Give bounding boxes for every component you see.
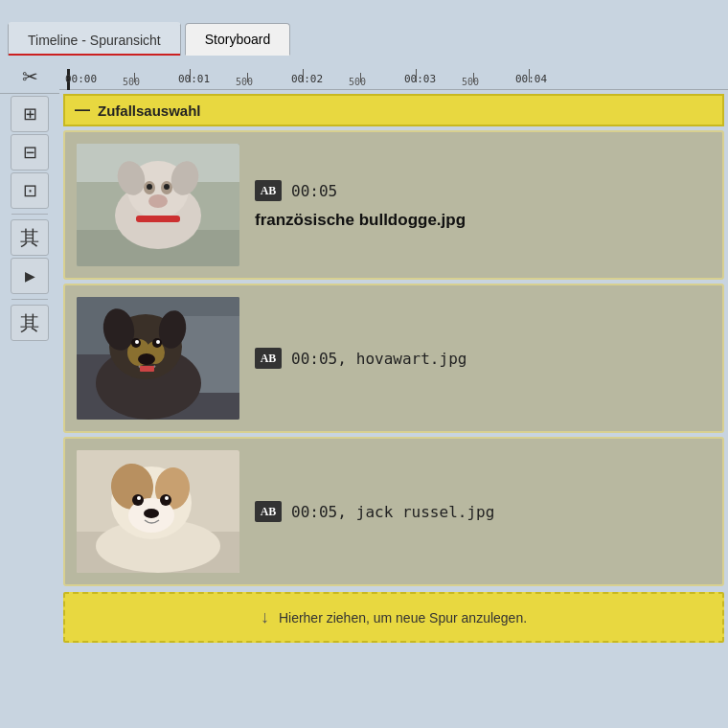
ruler-500-2: 500 [236, 77, 253, 87]
dog-1-svg [77, 144, 239, 266]
ruler-time-1: 00:01 [178, 73, 210, 85]
clip-thumbnail-2 [77, 297, 239, 420]
tab-storyboard[interactable]: Storyboard [185, 23, 290, 56]
tool-kanji1-icon: 其 [20, 225, 39, 251]
tool-kanji1[interactable]: 其 [11, 219, 49, 256]
ab-icon-3: AB [255, 501, 282, 522]
ruler-time-3: 00:03 [404, 73, 436, 85]
ruler-tick-sec-2 [303, 69, 304, 82]
ruler-time-0: 00:00 [65, 73, 97, 85]
tab-timeline-label: Timeline - Spuransicht [28, 33, 161, 48]
track-header-icon: — [75, 102, 90, 119]
svg-point-37 [137, 496, 141, 500]
svg-point-36 [160, 494, 171, 506]
svg-rect-12 [136, 216, 180, 222]
clip-duration-row-2: AB 00:05, hovawart.jpg [255, 348, 711, 369]
content-area: 00:00 00:01 00:02 00:03 00:04 500 500 50… [59, 56, 728, 728]
svg-point-35 [132, 494, 144, 506]
svg-point-24 [135, 340, 139, 344]
tool-grid1-icon: ⊞ [23, 103, 37, 125]
ruler-tick-2 [247, 73, 248, 82]
toolbar: ✂ ⊞ ⊟ ⊡ 其 ▶ 其 [0, 56, 59, 728]
ruler-tick-3 [360, 73, 361, 82]
clip-card-3[interactable]: AB 00:05, jack russel.jpg [63, 437, 724, 586]
clip-filename-1: französische bulldogge.jpg [255, 211, 711, 230]
ruler-500-1: 500 [123, 77, 140, 87]
clip-duration-1: 00:05 [291, 182, 337, 200]
clip-info-1: AB 00:05 französische bulldogge.jpg [255, 180, 711, 230]
ruler-500-4: 500 [462, 77, 479, 87]
tool-grid2[interactable]: ⊟ [11, 134, 49, 171]
tool-arrow-icon: ▶ [25, 268, 35, 284]
dog-2-svg [77, 297, 239, 420]
tab-timeline[interactable]: Timeline - Spuransicht [8, 22, 181, 56]
tool-grid3-icon: ⊡ [23, 180, 37, 201]
track-header: — Zufallsauswahl [63, 94, 724, 126]
ab-icon-1: AB [255, 180, 282, 201]
ruler-time-4: 00:04 [515, 73, 547, 85]
ruler-500-3: 500 [349, 77, 366, 87]
tool-kanji2[interactable]: 其 [11, 305, 49, 341]
tool-grid3[interactable]: ⊡ [11, 172, 49, 209]
clip-thumbnail-3 [77, 450, 239, 573]
svg-point-10 [164, 184, 170, 190]
tool-arrow[interactable]: ▶ [11, 258, 49, 294]
timeline-ruler: 00:00 00:01 00:02 00:03 00:04 500 500 50… [59, 56, 728, 90]
ruler-tick-4 [473, 73, 474, 82]
svg-point-11 [148, 194, 168, 208]
clip-filename-inline-2: hovawart.jpg [356, 350, 467, 368]
tool-grid1[interactable]: ⊞ [11, 96, 49, 132]
clip-filename-inline-3: jack russel.jpg [356, 503, 495, 521]
svg-rect-27 [140, 366, 154, 372]
clip-card-1[interactable]: AB 00:05 französische bulldogge.jpg [63, 130, 724, 280]
clip-info-2: AB 00:05, hovawart.jpg [255, 348, 711, 369]
clip-duration-row-3: AB 00:05, jack russel.jpg [255, 501, 711, 522]
svg-point-9 [147, 184, 152, 190]
ruler-time-2: 00:02 [291, 73, 323, 85]
ruler-tick-1 [134, 73, 135, 82]
svg-point-26 [138, 353, 155, 365]
tab-bar: Timeline - Spuransicht Storyboard [0, 0, 728, 56]
clip-card-2[interactable]: AB 00:05, hovawart.jpg [63, 284, 724, 433]
svg-point-25 [156, 340, 160, 344]
tool-grid2-icon: ⊟ [23, 142, 37, 163]
drop-zone-arrow-icon: ↓ [261, 607, 269, 627]
toolbar-separator-2 [11, 299, 48, 300]
ruler-tick-sec-3 [416, 69, 417, 82]
svg-point-39 [144, 509, 159, 518]
track-header-label: Zufallsauswahl [98, 102, 201, 119]
storyboard-area[interactable]: — Zufallsauswahl [59, 90, 728, 728]
tab-storyboard-label: Storyboard [205, 32, 270, 47]
cut-tool-icon[interactable]: ✂ [22, 65, 38, 88]
ab-icon-2: AB [255, 348, 282, 369]
clip-thumbnail-1 [77, 144, 239, 266]
dog-3-svg [77, 450, 239, 573]
drop-zone-text: Hierher ziehen, um neue Spur anzulegen. [279, 610, 527, 626]
clip-info-3: AB 00:05, jack russel.jpg [255, 501, 711, 522]
main-area: ✂ ⊞ ⊟ ⊡ 其 ▶ 其 00:00 [0, 56, 728, 728]
ruler-tick-sec-1 [190, 69, 191, 82]
clip-duration-row-1: AB 00:05 [255, 180, 711, 201]
clip-duration-2: 00:05, [291, 350, 347, 368]
ruler-content: 00:00 00:01 00:02 00:03 00:04 500 500 50… [59, 56, 728, 89]
toolbar-separator-1 [11, 214, 48, 215]
drop-zone[interactable]: ↓ Hierher ziehen, um neue Spur anzulegen… [63, 592, 724, 643]
clip-duration-3: 00:05, [291, 503, 347, 521]
ruler-tick-sec-4 [529, 69, 530, 82]
svg-point-38 [165, 496, 169, 500]
tool-kanji2-icon: 其 [20, 310, 39, 336]
